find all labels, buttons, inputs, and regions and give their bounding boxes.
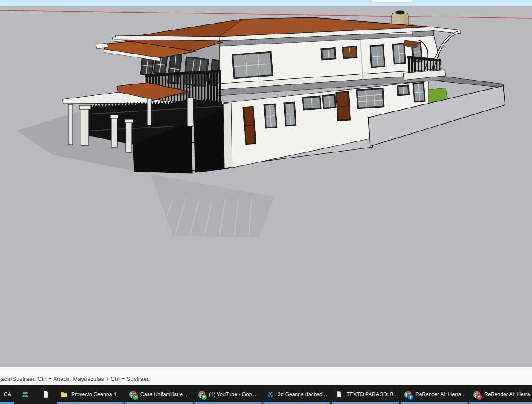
sketchup-screen: adir/Sustraer. Ctrl = Añadir. Mayúsculas…	[0, 0, 532, 404]
taskbar-button-label: (1) YouTube - Goo...	[209, 391, 256, 397]
folder-icon	[60, 391, 68, 398]
window	[356, 88, 384, 109]
window	[342, 46, 357, 59]
window	[397, 85, 410, 96]
taskbar-button[interactable]: Proyecto Geanna 4	[56, 385, 125, 404]
sky-highlight	[372, 0, 412, 2]
profile-badge: h	[132, 394, 138, 400]
taskbar-button[interactable]: cReRender AI: Herra...	[400, 385, 468, 404]
profile-badge: h	[476, 394, 482, 400]
taskbar-button-label: Proyecto Geanna 4	[71, 391, 116, 397]
window	[302, 96, 321, 110]
people-icon	[21, 391, 29, 398]
window	[321, 48, 336, 60]
taskbar-button-label: ReRender AI: Herra...	[484, 391, 532, 397]
model-scene	[0, 0, 532, 367]
sketchup-icon	[266, 391, 274, 398]
taskbar-button[interactable]: h(1) YouTube - Goo...	[193, 385, 262, 404]
status-bar: adir/Sustraer. Ctrl = Añadir. Mayúsculas…	[0, 367, 532, 385]
chrome-icon: c	[404, 391, 412, 398]
taskbar-button-partial[interactable]: CA...	[0, 385, 15, 404]
taskbar: CA... Proyecto Geanna 4hCasa Unifamiliar…	[0, 385, 532, 404]
taskbar-button[interactable]: hReRender AI: Herra...	[468, 385, 532, 404]
chrome-icon: h	[198, 391, 205, 398]
taskbar-button-label: 3d Geanna (fachad...	[278, 391, 327, 397]
window	[322, 94, 336, 109]
sketchup-viewport[interactable]	[0, 0, 532, 367]
taskbar-pinned-people-icon[interactable]	[15, 385, 35, 404]
profile-badge: c	[407, 394, 414, 400]
corner-pilaster	[223, 103, 232, 168]
blank-document-icon	[42, 391, 50, 398]
chrome-icon: h	[129, 391, 137, 398]
status-text: adir/Sustraer. Ctrl = Añadir. Mayúsculas…	[1, 376, 150, 382]
window	[284, 102, 296, 126]
chrome-icon: h	[473, 391, 481, 398]
window	[264, 104, 277, 128]
window	[370, 45, 385, 68]
window	[413, 82, 425, 102]
notepad-icon	[335, 391, 343, 398]
taskbar-button-label: Casa Unifamiliar e...	[140, 391, 187, 397]
taskbar-button[interactable]: hCasa Unifamiliar e...	[125, 385, 193, 404]
taskbar-button[interactable]: 3d Geanna (fachad...	[262, 385, 331, 404]
taskbar-button[interactable]: TEXTO PARA 3D: Bl...	[331, 385, 400, 404]
taskbar-button-label: ReRender AI: Herra...	[415, 391, 465, 397]
sky	[0, 0, 532, 6]
taskbar-button-label: TEXTO PARA 3D: Bl...	[347, 391, 396, 397]
profile-badge: h	[201, 394, 207, 400]
window	[392, 43, 406, 64]
taskbar-button-label: CA...	[4, 391, 11, 397]
window	[232, 51, 273, 79]
taskbar-pinned-blank-document-icon[interactable]	[35, 385, 56, 404]
window	[336, 91, 351, 121]
